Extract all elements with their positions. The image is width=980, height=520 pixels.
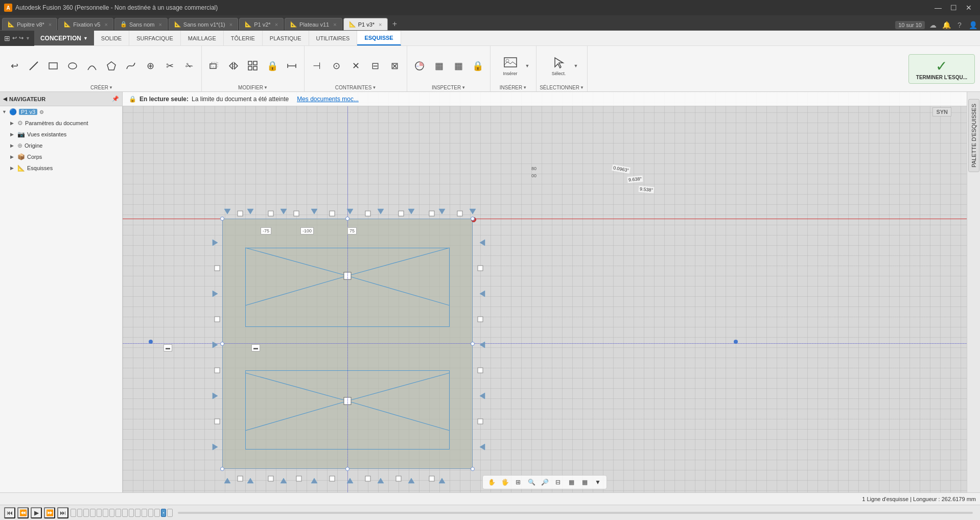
tab-sans-nom[interactable]: 🔒 Sans nom × xyxy=(114,18,168,30)
tab-p1v2[interactable]: 📐 P1 v2* × xyxy=(239,18,284,30)
playbar-next-btn[interactable]: ⏩ xyxy=(44,507,55,518)
timeline-tick-9[interactable] xyxy=(129,509,134,517)
tool-grid2[interactable]: ▦ xyxy=(449,57,468,75)
tab-close-pupitre[interactable]: × xyxy=(49,21,52,28)
tool-spline[interactable] xyxy=(122,57,140,75)
timeline-slider[interactable] xyxy=(178,512,973,514)
contraintes-dropdown-icon[interactable]: ▼ xyxy=(372,85,376,90)
timeline-tick-8[interactable] xyxy=(122,509,128,517)
canvas-tool-zoom-fit[interactable]: ⊞ xyxy=(512,477,524,488)
selectionner-dropdown-icon[interactable]: ▼ xyxy=(574,63,578,68)
conception-button[interactable]: CONCEPTION ▼ xyxy=(34,31,94,45)
tree-item-corps[interactable]: ▶ 📦 Corps xyxy=(0,151,122,162)
playbar-play-btn[interactable]: ▶ xyxy=(31,507,42,518)
tree-item-vues[interactable]: ▶ 📷 Vues existantes xyxy=(0,129,122,140)
inserer-dropdown-icon[interactable]: ▼ xyxy=(525,63,530,68)
tool-extend[interactable]: ✁ xyxy=(180,57,198,75)
notification-icon[interactable]: 🔔 xyxy=(941,20,951,30)
tab-close-sans-nom-v1[interactable]: × xyxy=(229,21,232,28)
playbar-prev-btn[interactable]: ⏪ xyxy=(17,507,29,518)
info-link[interactable]: Mes documents moc... xyxy=(297,96,359,103)
tool-mirror[interactable] xyxy=(224,57,243,75)
quick-undo-icon[interactable]: ↩ xyxy=(12,35,17,41)
timeline-tick-10[interactable] xyxy=(135,509,141,517)
timeline-tick-5[interactable] xyxy=(103,509,108,517)
tool-offset[interactable] xyxy=(205,57,223,75)
timeline-tick-7[interactable] xyxy=(115,509,121,517)
canvas-tool-hand2[interactable]: 🖐 xyxy=(499,477,510,488)
tool-measure[interactable]: 🔒 xyxy=(469,57,487,75)
tool-circle[interactable] xyxy=(63,57,82,75)
cat-tab-esquisse[interactable]: ESQUISSE xyxy=(357,31,401,45)
tool-line[interactable] xyxy=(25,57,43,75)
quick-redo-icon[interactable]: ↪ xyxy=(19,35,24,41)
tool-color[interactable] xyxy=(410,57,429,75)
tool-arc[interactable] xyxy=(83,57,101,75)
canvas-tool-zoom-out[interactable]: 🔎 xyxy=(539,477,550,488)
timeline-tick-14[interactable]: • xyxy=(161,509,167,517)
playbar-last-btn[interactable]: ⏭ xyxy=(57,507,68,518)
tab-p1v3[interactable]: 📐 P1 v3* × xyxy=(343,18,388,30)
canvas-tool-hand[interactable]: ✋ xyxy=(486,477,497,488)
canvas-tool-display2[interactable]: ▦ xyxy=(579,477,590,488)
timeline-tick-4[interactable] xyxy=(97,509,102,517)
inserer-dropdown-icon2[interactable]: ▼ xyxy=(523,85,527,90)
navigator-collapse-icon[interactable]: ◀ xyxy=(3,96,7,102)
quick-undo-arrow[interactable]: ▼ xyxy=(26,36,30,41)
tree-settings-icon[interactable]: ⚙ xyxy=(39,109,44,115)
canvas-tool-zoom-in[interactable]: 🔍 xyxy=(526,477,537,488)
timeline-tick-0[interactable] xyxy=(71,509,76,517)
tab-fixation[interactable]: 📐 Fixation v5 × xyxy=(58,18,113,30)
maximize-button[interactable]: ☐ xyxy=(946,3,961,13)
new-tab-button[interactable]: + xyxy=(389,18,401,30)
minimize-button[interactable]: — xyxy=(931,3,945,13)
tool-grid1[interactable]: ▦ xyxy=(430,57,448,75)
tab-pupitre[interactable]: 📐 Pupitre v8* × xyxy=(2,18,57,30)
inspecter-dropdown-icon[interactable]: ▼ xyxy=(461,85,465,90)
playbar-first-btn[interactable]: ⏮ xyxy=(4,507,15,518)
canvas-tool-dropdown[interactable]: ▼ xyxy=(592,477,603,488)
tool-insert-image[interactable]: Insérer xyxy=(497,51,524,81)
modifier-dropdown-icon[interactable]: ▼ xyxy=(264,85,268,90)
tool-lock[interactable]: 🔒 xyxy=(263,57,282,75)
close-button[interactable]: ✕ xyxy=(962,3,976,13)
cat-tab-tolerie[interactable]: TÔLERIE xyxy=(224,31,263,45)
timeline-tick-2[interactable] xyxy=(83,509,89,517)
tool-pattern[interactable] xyxy=(244,57,262,75)
tool-fix[interactable]: ✕ xyxy=(346,57,365,75)
tab-close-plateau-v11[interactable]: × xyxy=(333,21,336,28)
tool-polygon[interactable] xyxy=(102,57,121,75)
tab-close-p1v3[interactable]: × xyxy=(379,21,382,28)
terminer-button[interactable]: ✓ TERMINER L'ESQU... xyxy=(908,54,975,84)
tool-concentric[interactable]: ⊙ xyxy=(327,57,345,75)
tool-point[interactable]: ⊕ xyxy=(141,57,159,75)
tab-close-sans-nom[interactable]: × xyxy=(158,21,161,28)
selectionner-dropdown-icon2[interactable]: ▼ xyxy=(580,85,584,90)
tool-sketch-dim[interactable] xyxy=(283,57,301,75)
canvas-area[interactable]: 🔒 En lecture seule: La limite du documen… xyxy=(123,92,967,492)
tab-plateau-v11[interactable]: 📐 Plateau v11 × xyxy=(285,18,342,30)
canvas-tool-grid[interactable]: ⊟ xyxy=(552,477,564,488)
tool-midpoint[interactable]: ⊟ xyxy=(366,57,384,75)
timeline-tick-15[interactable] xyxy=(167,509,173,517)
cat-tab-surfacique[interactable]: SURFACIQUE xyxy=(129,31,181,45)
timeline-tick-12[interactable] xyxy=(148,509,154,517)
navigator-pin-icon[interactable]: 📌 xyxy=(112,96,119,102)
tree-item-esquisses[interactable]: ▶ 📐 Esquisses xyxy=(0,162,122,174)
user-icon[interactable]: 👤 xyxy=(968,20,978,30)
cat-tab-plastique[interactable]: PLASTIQUE xyxy=(263,31,309,45)
help-icon[interactable]: ? xyxy=(954,20,965,30)
cat-tab-maillage[interactable]: MAILLAGE xyxy=(181,31,224,45)
tree-item-root[interactable]: ▼ 🔵 P1 v3 ⚙ xyxy=(0,106,122,117)
tool-trim[interactable]: ✂ xyxy=(160,57,179,75)
tool-undo[interactable]: ↩ xyxy=(5,57,24,75)
timeline-tick-1[interactable] xyxy=(77,509,83,517)
tree-item-origine[interactable]: ▶ ⊕ Origine xyxy=(0,140,122,151)
tab-sans-nom-v1[interactable]: 📐 Sans nom v1*(1) × xyxy=(169,18,238,30)
timeline-tick-6[interactable] xyxy=(109,509,115,517)
cloud-icon[interactable]: ☁ xyxy=(928,20,938,30)
tab-close-p1v2[interactable]: × xyxy=(275,21,278,28)
tool-symmetric[interactable]: ⊠ xyxy=(385,57,404,75)
cat-tab-solide[interactable]: SOLIDE xyxy=(94,31,129,45)
timeline-tick-3[interactable] xyxy=(90,509,96,517)
